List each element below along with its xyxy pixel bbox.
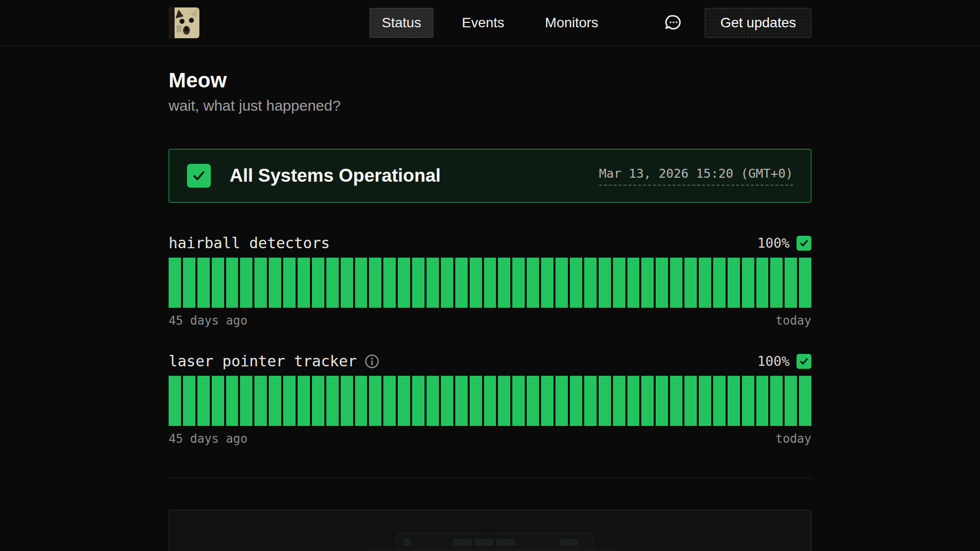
uptime-bar[interactable] [254, 376, 267, 426]
get-updates-button[interactable]: Get updates [705, 8, 811, 38]
uptime-bar[interactable] [756, 376, 769, 426]
uptime-bar[interactable] [742, 376, 754, 426]
uptime-bar[interactable] [656, 258, 668, 308]
uptime-bar[interactable] [742, 258, 754, 308]
uptime-bar[interactable] [699, 258, 711, 308]
uptime-bar[interactable] [369, 258, 381, 308]
uptime-bar[interactable] [484, 376, 496, 426]
uptime-bar[interactable] [254, 258, 267, 308]
uptime-bar[interactable] [312, 376, 324, 426]
uptime-bar[interactable] [412, 376, 425, 426]
uptime-bar[interactable] [728, 376, 740, 426]
uptime-bar[interactable] [512, 376, 525, 426]
uptime-bar[interactable] [398, 376, 410, 426]
uptime-bar[interactable] [298, 376, 310, 426]
monitor-info-icon[interactable] [365, 354, 379, 369]
uptime-bar[interactable] [555, 376, 568, 426]
uptime-bar[interactable] [699, 376, 711, 426]
uptime-bar[interactable] [441, 376, 453, 426]
uptime-bar[interactable] [570, 376, 582, 426]
uptime-bar[interactable] [183, 376, 195, 426]
uptime-bar[interactable] [799, 258, 811, 308]
uptime-bar[interactable] [298, 258, 310, 308]
uptime-bar[interactable] [770, 258, 783, 308]
uptime-bar[interactable] [383, 258, 396, 308]
uptime-bar[interactable] [455, 258, 468, 308]
uptime-bar[interactable] [728, 258, 740, 308]
uptime-bar[interactable] [670, 376, 682, 426]
uptime-bar[interactable] [197, 258, 210, 308]
uptime-bar[interactable] [212, 258, 224, 308]
uptime-bar[interactable] [269, 376, 281, 426]
uptime-bar[interactable] [756, 258, 769, 308]
uptime-bar[interactable] [770, 376, 783, 426]
uptime-bar[interactable] [541, 376, 553, 426]
uptime-bar[interactable] [312, 258, 324, 308]
uptime-bar[interactable] [512, 258, 525, 308]
uptime-bar[interactable] [398, 258, 410, 308]
range-start-label: 45 days ago [169, 314, 247, 328]
uptime-bar[interactable] [613, 258, 625, 308]
uptime-bar[interactable] [599, 258, 611, 308]
uptime-bar[interactable] [369, 376, 381, 426]
uptime-bar[interactable] [240, 376, 252, 426]
uptime-bar[interactable] [412, 258, 425, 308]
uptime-bar[interactable] [169, 258, 181, 308]
uptime-bar[interactable] [212, 376, 224, 426]
uptime-bar[interactable] [641, 258, 654, 308]
uptime-bar[interactable] [555, 258, 568, 308]
uptime-bar[interactable] [498, 258, 510, 308]
range-end-label: today [776, 314, 811, 328]
uptime-bar[interactable] [713, 258, 726, 308]
nav-tab-monitors[interactable]: Monitors [533, 8, 611, 38]
uptime-bar[interactable] [670, 258, 682, 308]
uptime-bar[interactable] [169, 376, 181, 426]
uptime-bar[interactable] [541, 258, 553, 308]
uptime-bar[interactable] [226, 376, 239, 426]
uptime-bar[interactable] [584, 258, 597, 308]
uptime-bar[interactable] [656, 376, 668, 426]
uptime-bar[interactable] [455, 376, 468, 426]
uptime-bar[interactable] [283, 258, 296, 308]
uptime-bar[interactable] [183, 258, 195, 308]
uptime-bar[interactable] [785, 258, 797, 308]
uptime-bar[interactable] [427, 258, 439, 308]
uptime-bar[interactable] [570, 258, 582, 308]
uptime-bar[interactable] [326, 258, 339, 308]
uptime-bar[interactable] [355, 376, 368, 426]
uptime-bar[interactable] [627, 376, 640, 426]
uptime-bar[interactable] [527, 376, 539, 426]
uptime-bar[interactable] [470, 376, 482, 426]
uptime-bar[interactable] [785, 376, 797, 426]
uptime-bar[interactable] [226, 258, 239, 308]
uptime-bar[interactable] [240, 258, 252, 308]
uptime-bar[interactable] [627, 258, 640, 308]
uptime-bar[interactable] [269, 258, 281, 308]
uptime-bar[interactable] [613, 376, 625, 426]
status-timestamp[interactable]: Mar 13, 2026 15:20 (GMT+0) [599, 166, 793, 186]
uptime-bar[interactable] [283, 376, 296, 426]
uptime-bar[interactable] [355, 258, 368, 308]
uptime-bar[interactable] [197, 376, 210, 426]
nav-tab-events[interactable]: Events [449, 8, 517, 38]
uptime-bar[interactable] [484, 258, 496, 308]
uptime-bar[interactable] [684, 258, 697, 308]
uptime-bar[interactable] [341, 258, 353, 308]
uptime-bar[interactable] [684, 376, 697, 426]
uptime-bar[interactable] [527, 258, 539, 308]
uptime-bar[interactable] [584, 376, 597, 426]
uptime-bar[interactable] [383, 376, 396, 426]
nav-tab-status[interactable]: Status [369, 8, 433, 38]
uptime-bar[interactable] [427, 376, 439, 426]
uptime-bar[interactable] [498, 376, 510, 426]
uptime-bar[interactable] [599, 376, 611, 426]
uptime-bar[interactable] [799, 376, 811, 426]
uptime-bar[interactable] [470, 258, 482, 308]
uptime-bar[interactable] [713, 376, 726, 426]
uptime-bar[interactable] [641, 376, 654, 426]
uptime-bar[interactable] [341, 376, 353, 426]
uptime-bar[interactable] [441, 258, 453, 308]
site-logo[interactable] [169, 7, 199, 38]
uptime-bar[interactable] [326, 376, 339, 426]
feedback-chat-button[interactable] [663, 12, 684, 33]
